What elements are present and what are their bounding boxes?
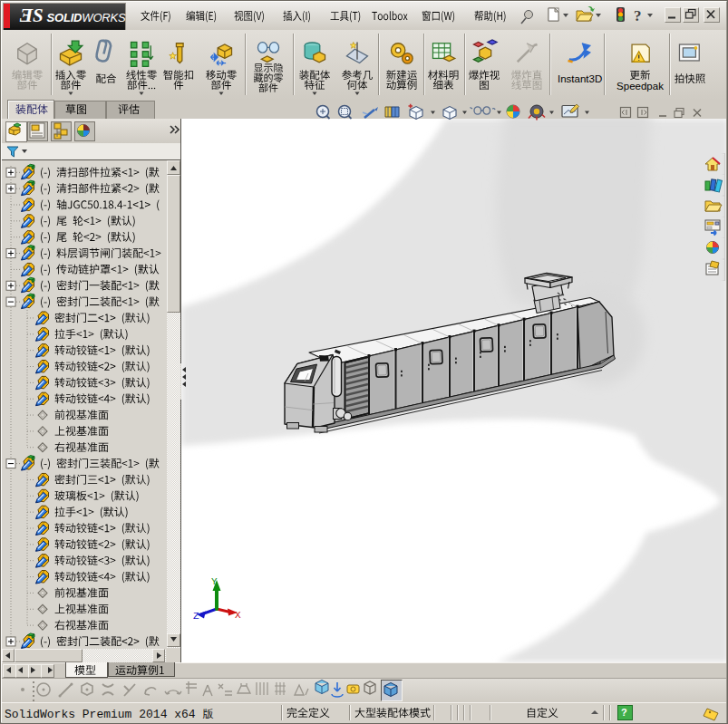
svg-text:?: ? [634,7,642,24]
svg-text:Y: Y [211,576,218,587]
svg-text:Z: Z [193,611,199,622]
svg-text:X: X [235,610,241,621]
